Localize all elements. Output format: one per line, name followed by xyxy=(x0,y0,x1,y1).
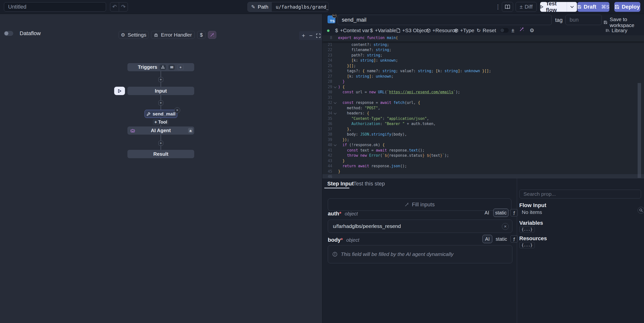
code-line[interactable]: 28 } xyxy=(322,79,644,85)
auth-static-option[interactable]: static xyxy=(493,209,508,217)
code-line[interactable]: 37 }, xyxy=(322,127,644,132)
add-tool-button[interactable]: + Tool xyxy=(153,119,169,125)
flow-title-input[interactable]: Untitled xyxy=(4,2,106,12)
flow-canvas[interactable]: Dataflow ⚙ Settings Error Handler $ + − … xyxy=(0,14,322,323)
webhook-trigger-button[interactable] xyxy=(160,65,166,70)
redo-icon: ↷ xyxy=(121,4,126,10)
tab-step-input[interactable]: Step Input xyxy=(327,181,354,187)
dollar-icon: $ xyxy=(335,28,338,34)
code-line[interactable]: 45} xyxy=(322,169,644,174)
auth-ai-option[interactable]: AI xyxy=(482,209,491,217)
insert-step-button-3[interactable]: + xyxy=(158,141,163,146)
dollar-button[interactable]: $ xyxy=(197,31,206,39)
kebab-icon: ⋮ xyxy=(495,4,501,10)
zoom-out-button[interactable]: − xyxy=(308,32,314,39)
code-line[interactable]: 27 [k: string]: unknown; xyxy=(322,74,644,79)
code-lines: 20 attachments?: {21 content?: string;22… xyxy=(322,37,644,178)
code-line[interactable]: 38 body: JSON.stringify(body), xyxy=(322,132,644,137)
deploy-button[interactable]: Deploy xyxy=(614,2,640,12)
undo-button[interactable]: ↶ xyxy=(110,2,119,12)
add-s3-object-button[interactable]: +S3 Object xyxy=(396,25,428,36)
remove-tool-button[interactable]: × xyxy=(174,107,180,113)
code-line[interactable]: 26 tags?: { name?: string; value?: strin… xyxy=(322,69,644,74)
ai-wand-button[interactable] xyxy=(208,31,216,39)
clear-auth-button[interactable]: × xyxy=(502,223,509,230)
insert-step-button-2[interactable]: + xyxy=(158,101,163,105)
mail-icon: ✉ xyxy=(170,65,173,70)
code-line[interactable]: 42 throw new Error(`${response.status} $… xyxy=(322,153,644,158)
code-line[interactable]: 24 [k: string]: unknown; xyxy=(322,58,644,63)
body-ai-option[interactable]: AI xyxy=(482,235,492,243)
result-node[interactable]: Result xyxy=(128,150,194,158)
flow-input-section-label: Flow Input xyxy=(519,202,546,209)
code-line[interactable]: 22 filename?: string; xyxy=(322,47,644,53)
editor-scrollbar[interactable] xyxy=(638,83,641,178)
code-line[interactable]: 36 Authorization: "Bearer " + auth.token… xyxy=(322,121,644,127)
prop-picker-search-button[interactable] xyxy=(638,207,644,214)
zoom-in-button[interactable]: + xyxy=(300,32,306,39)
editor-mode-toggle[interactable] xyxy=(500,28,509,33)
run-input-button[interactable] xyxy=(114,87,125,95)
code-line[interactable]: 39 }); xyxy=(322,137,644,143)
add-resource-button[interactable]: +Resource xyxy=(426,25,458,36)
more-menu-button[interactable]: ⋮ xyxy=(495,3,500,11)
ai-assist-button[interactable] xyxy=(519,27,524,32)
input-node[interactable]: Input xyxy=(128,87,194,95)
email-trigger-button[interactable]: ✉ xyxy=(168,65,175,70)
bug-icon xyxy=(154,33,158,37)
add-trigger-button[interactable]: + xyxy=(177,65,184,70)
redo-button[interactable]: ↷ xyxy=(119,2,128,12)
diff-button[interactable]: ± Diff xyxy=(516,2,537,12)
code-line[interactable]: 30 const url = new URL(`https://api.rese… xyxy=(322,90,644,95)
function-icon: ƒ xyxy=(513,237,515,241)
dataflow-toggle[interactable] xyxy=(4,31,13,36)
draft-button[interactable]: Draft ⌘S xyxy=(578,2,610,12)
code-line[interactable]: 35 "Content-Type": "application/json", xyxy=(322,116,644,122)
code-line[interactable]: 40 if (!response.ok) { xyxy=(322,142,644,148)
prop-search-input[interactable]: Search prop... xyxy=(519,190,641,198)
code-line[interactable]: 43 } xyxy=(322,158,644,164)
send-mail-node[interactable]: send_mail xyxy=(144,110,177,118)
docs-button[interactable] xyxy=(502,2,513,12)
code-editor[interactable]: 20 attachments?: {21 content?: string;22… xyxy=(322,35,644,178)
insert-step-button-1[interactable]: + xyxy=(158,77,163,82)
resources-object-chip[interactable]: {...} xyxy=(519,242,535,248)
code-line[interactable]: 23 path?: string; xyxy=(322,53,644,58)
editor-settings-button[interactable]: ⚙ xyxy=(530,25,534,36)
code-line[interactable]: 25 }[]; xyxy=(322,63,644,69)
tab-test-this-step[interactable]: Test this step xyxy=(353,181,385,187)
code-line[interactable]: 41 const text = await response.text(); xyxy=(322,148,644,153)
code-line[interactable]: 31 xyxy=(322,95,644,101)
fit-view-button[interactable] xyxy=(315,34,321,38)
plus-icon: + xyxy=(302,32,305,39)
add-s3-object-label: +S3 Object xyxy=(402,28,428,34)
library-button[interactable]: Library xyxy=(606,25,627,36)
code-line[interactable]: 32 const response = await fetch(url, { xyxy=(322,100,644,106)
variables-object-chip[interactable]: {...} xyxy=(519,226,535,233)
robot-icon xyxy=(130,128,135,133)
reset-code-button[interactable]: ↻ Reset xyxy=(476,25,496,36)
path-editor[interactable]: ✎ Path u/farhadglbs/grand_flow xyxy=(248,2,328,12)
triggers-node[interactable]: Triggers ✉ + xyxy=(128,63,194,71)
code-line[interactable]: 44 return await response.json(); xyxy=(322,164,644,169)
code-line[interactable]: 46 xyxy=(322,174,644,178)
ai-agent-node[interactable]: AI Agent a xyxy=(128,127,194,135)
test-flow-button[interactable]: Test flow xyxy=(540,2,567,12)
add-variable-button[interactable]: $+Variable xyxy=(370,25,396,36)
auth-value-input[interactable]: u/farhadglbs/peerless_resend × xyxy=(328,220,512,233)
auth-field-label: auth* object xyxy=(328,209,358,218)
test-flow-dropdown[interactable] xyxy=(567,2,577,12)
add-context-var-button[interactable]: $+Context var xyxy=(335,25,369,36)
code-line[interactable]: 33 method: "POST", xyxy=(322,106,644,111)
add-type-button[interactable]: +Type xyxy=(454,25,474,36)
settings-button[interactable]: ⚙ Settings xyxy=(118,31,148,39)
add-context-var-label: +Context var xyxy=(340,28,370,34)
code-line[interactable]: 29) { xyxy=(322,85,644,90)
diff-mode-button[interactable]: ± xyxy=(512,25,514,36)
body-static-option[interactable]: static xyxy=(494,235,508,243)
tag-input[interactable]: bun xyxy=(566,15,602,25)
step-name-input[interactable]: send_mail xyxy=(338,15,552,25)
code-line[interactable]: 21 content?: string; xyxy=(322,42,644,48)
code-line[interactable]: 34 headers: { xyxy=(322,111,644,116)
error-handler-button[interactable]: Error Handler xyxy=(151,31,195,39)
